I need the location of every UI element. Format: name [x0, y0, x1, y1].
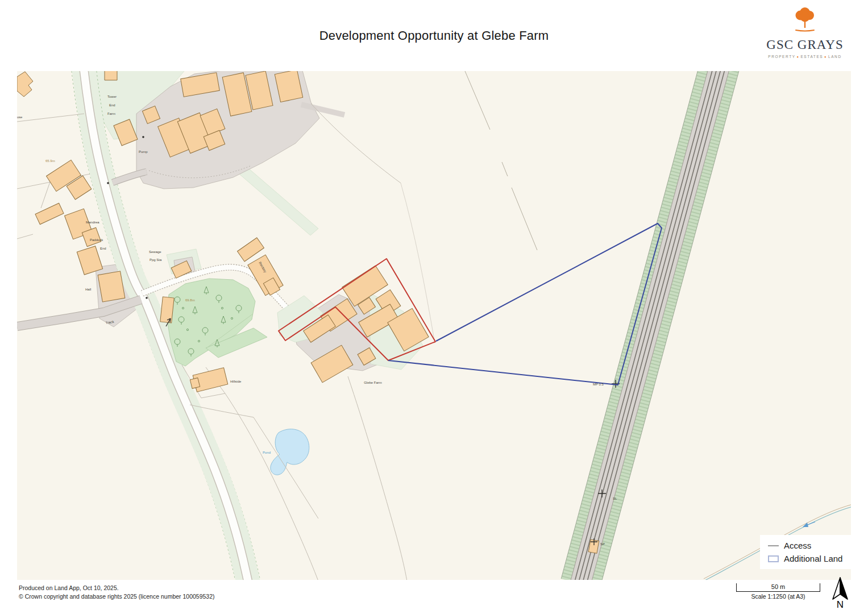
logo-tagline: PROPERTY♦ESTATES♦LAND — [757, 55, 853, 59]
label-elevation-65: 65.9m — [45, 159, 55, 163]
label-farm: Farm — [107, 112, 115, 115]
scale-bar-bracket: 50 m — [736, 583, 820, 592]
legend-item-additional-land: Additional Land — [768, 552, 852, 565]
legend-access-label: Access — [784, 541, 811, 550]
label-ppg-sta: Ppg Sta — [149, 258, 162, 262]
legend-item-access: Access — [768, 539, 852, 552]
gsc-grays-logo: GSC GRAYS PROPERTY♦ESTATES♦LAND — [757, 7, 853, 59]
map-attribution: Produced on Land App, Oct 10, 2025. © Cr… — [19, 584, 215, 601]
label-milepost: MP 0.5 — [593, 383, 604, 386]
label-hillside: Hillside — [230, 380, 242, 383]
copyright-line: © Crown copyright and database rights 20… — [19, 592, 215, 601]
logo-wordmark: GSC GRAYS — [757, 38, 853, 52]
label-sl: SL — [613, 497, 617, 500]
scale-ratio-label: Scale 1:1250 (at A3) — [736, 593, 820, 600]
logo-tree-icon — [789, 7, 821, 34]
label-hall: Hall — [85, 288, 91, 291]
label-elevation-69: 69.8m — [185, 298, 195, 302]
north-label: N — [828, 599, 853, 611]
site-map: House 65.9m Tower End Farm Pump Mandrea … — [0, 0, 868, 614]
access-line-symbol — [768, 545, 779, 546]
label-tower: Tower — [107, 95, 117, 98]
legend-additional-land-label: Additional Land — [784, 554, 842, 563]
produced-on-line: Produced on Land App, Oct 10, 2025. — [19, 584, 215, 592]
label-paddock: Paddock — [90, 238, 103, 242]
label-pond: Pond — [263, 451, 271, 454]
additional-land-box-symbol — [768, 555, 779, 562]
label-end-a: End — [109, 103, 115, 107]
label-mandrea: Mandrea — [86, 221, 99, 224]
north-arrow-icon — [830, 576, 850, 600]
label-sp: SP — [600, 542, 605, 546]
north-arrow: N — [828, 576, 853, 611]
diamond-separator-icon: ♦ — [824, 55, 827, 59]
scale-bar: 50 m Scale 1:1250 (at A3) — [736, 583, 820, 600]
label-house: House — [13, 115, 23, 119]
label-pump: Pump — [139, 150, 148, 154]
label-glebe-farm: Glebe Farm — [364, 381, 382, 384]
scale-distance-label: 50 m — [771, 583, 785, 590]
diamond-separator-icon: ♦ — [797, 55, 800, 59]
label-sewage: Sewage — [149, 250, 161, 254]
map-legend: Access Additional Land — [760, 535, 852, 569]
page-title: Development Opportunity at Glebe Farm — [0, 28, 868, 43]
label-end-b: End — [100, 247, 106, 250]
